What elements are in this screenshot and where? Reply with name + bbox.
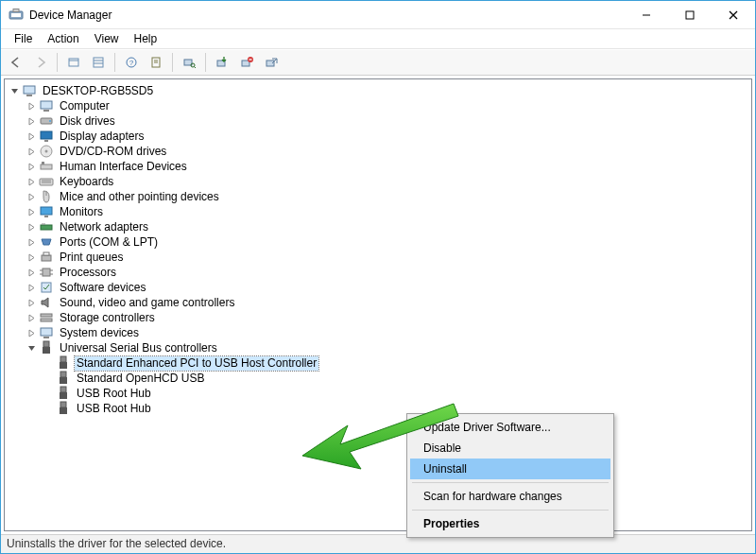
tree-category[interactable]: Mice and other pointing devices [7,189,749,204]
svg-rect-36 [42,162,44,164]
back-button[interactable] [5,51,27,74]
svg-rect-35 [41,164,52,169]
usb-icon [39,340,54,355]
tree-category[interactable]: Display adapters [7,129,749,144]
tree-device[interactable]: USB Root Hub [7,401,749,416]
svg-rect-59 [43,347,50,354]
expand-collapse-icon[interactable] [26,191,37,202]
disable-toolbar-button[interactable] [260,51,283,74]
svg-rect-9 [94,58,103,67]
svg-rect-63 [60,377,67,384]
properties-toolbar-button[interactable] [145,51,167,74]
expand-collapse-icon[interactable] [26,236,37,248]
tree-root[interactable]: DESKTOP-RGB5SD5 [7,83,749,98]
tree-category[interactable]: Ports (COM & LPT) [7,234,749,250]
expand-collapse-icon[interactable] [9,85,20,96]
svg-rect-32 [44,140,48,142]
expand-collapse-icon[interactable] [26,267,37,278]
tree-label: Network adapters [58,220,150,234]
expand-collapse-icon[interactable] [26,115,37,127]
category-icon [39,113,54,129]
svg-rect-7 [69,59,78,66]
help-button[interactable]: ? [120,51,143,74]
expand-collapse-icon[interactable] [26,297,37,308]
tree-device[interactable]: USB Root Hub [7,386,749,401]
maximize-button[interactable] [668,1,712,29]
category-icon [39,174,54,189]
tree-category[interactable]: Network adapters [7,219,749,234]
forward-button[interactable] [29,51,52,74]
expand-collapse-icon[interactable] [26,161,37,172]
tree-category[interactable]: Storage controllers [7,310,749,325]
menu-file[interactable]: File [7,30,40,47]
tree-category[interactable]: Keyboards [7,174,749,189]
expand-collapse-icon[interactable] [26,221,37,233]
category-icon [39,144,54,159]
tree-category[interactable]: Disk drives [7,113,749,129]
context-disable[interactable]: Disable [410,438,610,459]
expand-collapse-icon[interactable] [26,206,37,217]
tree-category[interactable]: Sound, video and game controllers [7,295,749,310]
content-host: DESKTOP-RGB5SD5 ComputerDisk drivesDispl… [1,76,755,534]
expand-collapse-icon[interactable] [26,130,37,142]
svg-text:?: ? [129,59,134,67]
expand-collapse-icon[interactable] [26,342,37,354]
tree-device-selected[interactable]: Standard Enhanced PCI to USB Host Contro… [7,355,749,371]
tree-category-usb[interactable]: Universal Serial Bus controllers [7,340,749,355]
show-hidden-button[interactable] [62,51,85,74]
minimize-button[interactable] [625,1,668,29]
tree-label: Print queues [58,251,125,265]
tree-device[interactable]: Standard OpenHCD USB [7,371,749,386]
expand-collapse-icon[interactable] [26,100,37,112]
expand-collapse-icon[interactable] [26,146,37,157]
tree-category[interactable]: Print queues [7,250,749,265]
tree-category[interactable]: Computer [7,98,749,113]
tree-label: Monitors [58,205,105,219]
tree-label: System devices [58,326,141,340]
tree-category[interactable]: System devices [7,325,749,340]
context-scan-hardware[interactable]: Scan for hardware changes [410,486,610,507]
usb-device-icon [56,386,71,401]
category-icon [39,189,54,204]
expand-collapse-icon[interactable] [26,282,37,293]
view-details-button[interactable] [87,51,110,74]
tree-category[interactable]: Software devices [7,280,749,295]
device-tree[interactable]: DESKTOP-RGB5SD5 ComputerDisk drivesDispl… [4,78,752,531]
svg-rect-66 [60,402,66,407]
svg-rect-46 [42,255,51,261]
toolbar-separator [172,53,173,72]
close-button[interactable] [712,1,755,29]
svg-rect-62 [60,372,66,377]
menu-action[interactable]: Action [40,30,86,47]
update-driver-toolbar-button[interactable] [211,51,233,74]
context-uninstall[interactable]: Uninstall [410,459,610,479]
tree-label: USB Root Hub [75,402,153,416]
tree-category[interactable]: Human Interface Devices [7,159,749,174]
uninstall-toolbar-button[interactable] [235,51,258,74]
expand-collapse-icon[interactable] [26,327,37,338]
expand-collapse-icon[interactable] [26,251,37,263]
svg-rect-54 [41,314,52,317]
toolbar: ? [1,49,755,76]
menu-view[interactable]: View [87,30,127,47]
expand-collapse-icon[interactable] [26,176,37,187]
tree-label: DVD/CD-ROM drives [58,145,168,159]
category-icon [39,250,54,265]
tree-category[interactable]: Monitors [7,204,749,219]
expand-collapse-icon[interactable] [26,312,37,323]
category-icon [39,325,54,340]
svg-line-19 [195,67,197,69]
svg-rect-43 [41,225,52,230]
tree-category[interactable]: DVD/CD-ROM drives [7,144,749,159]
svg-rect-1 [11,13,21,17]
svg-rect-31 [41,131,52,139]
menu-help[interactable]: Help [127,30,165,47]
context-update-driver[interactable]: Update Driver Software... [410,417,610,438]
context-properties[interactable]: Properties [410,513,610,534]
tree-category[interactable]: Processors [7,265,749,280]
scan-hardware-button[interactable] [178,51,200,74]
category-icon [39,295,54,310]
svg-rect-65 [60,392,67,399]
category-icon [39,310,54,325]
menubar: File Action View Help [1,29,755,49]
